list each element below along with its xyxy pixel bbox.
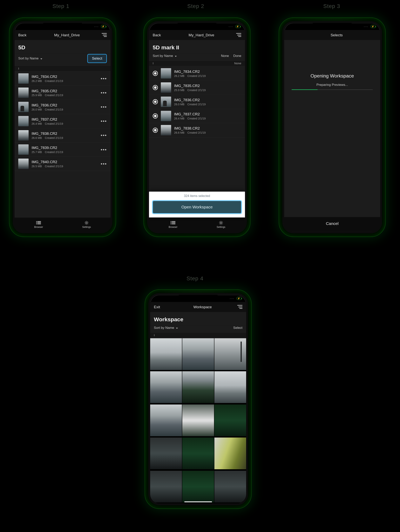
sort-label: Sort by Name <box>18 57 39 60</box>
exit-button[interactable]: Exit <box>154 305 172 309</box>
more-icon[interactable]: ••• <box>101 104 107 110</box>
file-row[interactable]: IMG_7835.CR225.9 MBCreated 2/1/19 <box>149 81 245 95</box>
select-button[interactable]: Select <box>87 54 107 63</box>
grid-tile[interactable] <box>215 471 246 502</box>
chevron-down-icon <box>40 57 42 60</box>
grid-tile[interactable] <box>150 338 182 370</box>
more-icon[interactable]: ••• <box>101 133 107 138</box>
file-row[interactable]: IMG_7836.CR226.0 MBCreated 2/1/19 <box>149 95 245 109</box>
svg-rect-15 <box>171 221 171 222</box>
file-row[interactable]: IMG_7838.CR226.6 MBCreated 2/1/19 <box>149 123 245 137</box>
grid-tile[interactable] <box>215 438 246 469</box>
file-row[interactable]: IMG_7834.CR226.2 MBCreated 2/1/19 <box>149 66 245 81</box>
selection-radio[interactable] <box>153 128 158 133</box>
select-button[interactable]: Select <box>233 326 242 330</box>
back-button[interactable]: Back <box>153 33 171 37</box>
file-row[interactable]: IMG_7839.CR225.7 MBCreated 2/1/19••• <box>15 143 111 157</box>
file-list[interactable]: IMG_7834.CR226.2 MBCreated 2/1/19•••IMG_… <box>15 71 111 217</box>
file-name: IMG_7837.CR2 <box>174 112 241 116</box>
grid-tile[interactable] <box>215 338 246 370</box>
back-button[interactable]: Back <box>18 33 37 37</box>
tab-label: Browser <box>34 226 43 228</box>
thumbnail <box>18 73 29 84</box>
file-name: IMG_7839.CR2 <box>32 146 98 150</box>
progress-fill <box>292 89 318 90</box>
svg-point-6 <box>86 222 87 224</box>
list-icon <box>171 221 175 225</box>
file-info: IMG_7838.CR226.6 MBCreated 2/1/19 <box>32 131 98 139</box>
grid-tile[interactable] <box>182 338 214 370</box>
file-size: 26.2 MB <box>174 74 184 77</box>
file-row[interactable]: IMG_7836.CR226.0 MBCreated 2/1/19••• <box>15 100 111 114</box>
hamburger-icon <box>236 33 241 37</box>
more-icon[interactable]: ••• <box>101 90 107 95</box>
grid-tile[interactable] <box>215 404 246 436</box>
tab-settings[interactable]: Settings <box>82 221 91 228</box>
thumbnail <box>18 130 29 140</box>
grid-tile[interactable] <box>182 404 214 436</box>
done-button[interactable]: Done <box>233 54 241 58</box>
notch <box>313 23 352 29</box>
grid-tile[interactable] <box>150 371 182 403</box>
menu-button[interactable] <box>97 33 107 37</box>
step-label-4: Step 4 <box>186 275 203 282</box>
gear-icon <box>219 221 223 225</box>
selection-radio[interactable] <box>153 71 158 76</box>
tab-settings[interactable]: Settings <box>217 221 225 228</box>
file-name: IMG_7838.CR2 <box>174 126 241 131</box>
tab-label: Settings <box>82 226 91 228</box>
select-none-button[interactable]: None <box>221 54 229 58</box>
selection-radio[interactable] <box>153 114 158 119</box>
file-row[interactable]: IMG_7837.CR226.4 MBCreated 2/1/19••• <box>15 114 111 128</box>
tab-browser[interactable]: Browser <box>34 221 43 228</box>
grid-tile[interactable] <box>215 371 246 403</box>
grid-tile[interactable] <box>150 471 182 502</box>
more-icon[interactable]: ••• <box>101 118 107 124</box>
thumbnail <box>161 125 171 135</box>
section-letter: I <box>18 67 19 70</box>
svg-rect-16 <box>172 221 175 222</box>
more-icon[interactable]: ••• <box>101 76 107 81</box>
file-size: 26.6 MB <box>174 131 184 134</box>
svg-line-29 <box>222 222 222 222</box>
svg-rect-17 <box>171 222 171 223</box>
phone-screen-1: ⚡ Back My_Hard_Drive 5D Sort by Name Sel… <box>13 21 113 234</box>
file-size: 25.7 MB <box>32 150 42 153</box>
file-row[interactable]: IMG_7838.CR226.6 MBCreated 2/1/19••• <box>15 128 111 143</box>
selection-radio[interactable] <box>153 85 158 90</box>
more-icon[interactable]: ••• <box>101 147 107 152</box>
grid-tile[interactable] <box>182 438 214 469</box>
home-indicator[interactable] <box>184 501 212 502</box>
file-row[interactable]: IMG_7834.CR226.2 MBCreated 2/1/19••• <box>15 71 111 86</box>
thumbnail-grid[interactable] <box>150 338 246 503</box>
more-icon[interactable]: ••• <box>101 161 107 166</box>
sort-by-button[interactable]: Sort by Name <box>154 326 178 330</box>
file-row[interactable]: IMG_7840.CR226.5 MBCreated 2/1/19••• <box>15 157 111 171</box>
sort-row: Sort by Name Select <box>15 54 111 66</box>
sort-by-button[interactable]: Sort by Name <box>18 57 42 60</box>
grid-tile[interactable] <box>150 438 182 469</box>
file-name: IMG_7834.CR2 <box>32 75 98 79</box>
menu-button[interactable] <box>233 305 242 309</box>
file-info: IMG_7839.CR225.7 MBCreated 2/1/19 <box>32 146 98 154</box>
cancel-button[interactable]: Cancel <box>284 217 380 232</box>
selection-radio[interactable] <box>153 99 158 104</box>
file-size: 26.4 MB <box>32 122 42 125</box>
file-meta: 26.5 MBCreated 2/1/19 <box>32 165 98 168</box>
tab-browser[interactable]: Browser <box>169 221 177 228</box>
grid-tile[interactable] <box>150 404 182 436</box>
file-name: IMG_7837.CR2 <box>32 117 98 121</box>
file-row[interactable]: IMG_7837.CR226.4 MBCreated 2/1/19 <box>149 109 245 123</box>
file-created: Created 2/1/19 <box>45 79 63 82</box>
hamburger-icon <box>102 33 107 37</box>
file-info: IMG_7837.CR226.4 MBCreated 2/1/19 <box>32 117 98 125</box>
file-row[interactable]: IMG_7835.CR225.9 MBCreated 2/1/19••• <box>15 86 111 100</box>
sort-by-button[interactable]: Sort by Name <box>153 54 177 58</box>
sort-row: Sort by Name Select <box>150 326 246 333</box>
file-created: Created 2/1/19 <box>45 165 63 168</box>
menu-button[interactable] <box>232 33 241 37</box>
grid-tile[interactable] <box>182 371 214 403</box>
grid-tile[interactable] <box>182 471 214 502</box>
open-workspace-button[interactable]: Open Workspace <box>152 200 242 214</box>
notch <box>179 295 218 300</box>
